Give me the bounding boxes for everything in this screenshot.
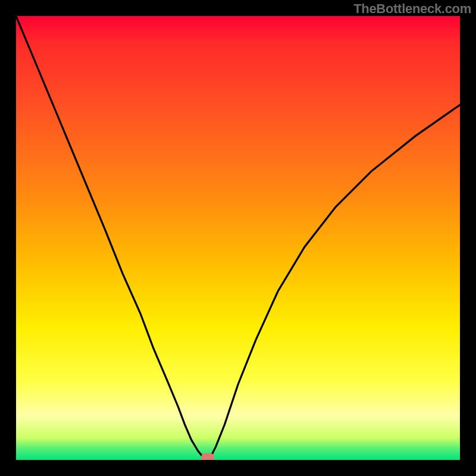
chart-gradient-area (16, 16, 460, 460)
bottleneck-curve (16, 16, 460, 460)
watermark-text: TheBottleneck.com (353, 1, 471, 17)
minimum-marker (201, 453, 214, 461)
chart-frame: TheBottleneck.com (0, 0, 476, 476)
